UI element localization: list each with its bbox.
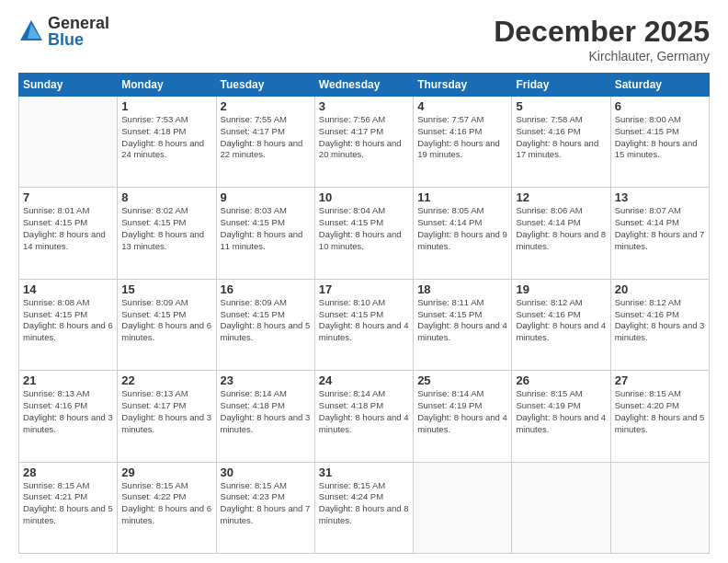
calendar-cell: [414, 462, 512, 553]
day-number: 22: [121, 373, 211, 387]
day-info: Sunrise: 8:02 AM Sunset: 4:15 PM Dayligh…: [121, 205, 211, 252]
day-number: 4: [417, 99, 507, 113]
calendar-cell: 13Sunrise: 8:07 AM Sunset: 4:14 PM Dayli…: [610, 188, 709, 279]
calendar-cell: 29Sunrise: 8:15 AM Sunset: 4:22 PM Dayli…: [118, 462, 216, 553]
day-number: 23: [221, 373, 311, 387]
calendar-cell: 8Sunrise: 8:02 AM Sunset: 4:15 PM Daylig…: [118, 188, 216, 279]
calendar-cell: 7Sunrise: 8:01 AM Sunset: 4:15 PM Daylig…: [19, 188, 118, 279]
day-number: 5: [516, 99, 606, 113]
calendar-cell: 30Sunrise: 8:15 AM Sunset: 4:23 PM Dayli…: [216, 462, 314, 553]
day-info: Sunrise: 8:14 AM Sunset: 4:18 PM Dayligh…: [221, 388, 311, 435]
calendar-cell: 2Sunrise: 7:55 AM Sunset: 4:17 PM Daylig…: [216, 97, 314, 188]
calendar-cell: 16Sunrise: 8:09 AM Sunset: 4:15 PM Dayli…: [216, 279, 314, 370]
logo-blue-text: Blue: [48, 31, 109, 48]
page: General Blue December 2025 Kirchlauter, …: [0, 0, 728, 563]
calendar-cell: 27Sunrise: 8:15 AM Sunset: 4:20 PM Dayli…: [610, 371, 709, 462]
day-number: 25: [417, 373, 507, 387]
calendar-cell: 17Sunrise: 8:10 AM Sunset: 4:15 PM Dayli…: [314, 279, 413, 370]
day-info: Sunrise: 8:15 AM Sunset: 4:19 PM Dayligh…: [516, 388, 606, 435]
day-info: Sunrise: 7:57 AM Sunset: 4:16 PM Dayligh…: [417, 114, 507, 161]
calendar-day-header: Sunday: [19, 74, 118, 97]
day-info: Sunrise: 7:53 AM Sunset: 4:18 PM Dayligh…: [121, 114, 211, 161]
day-info: Sunrise: 8:06 AM Sunset: 4:14 PM Dayligh…: [516, 205, 606, 252]
day-info: Sunrise: 8:07 AM Sunset: 4:14 PM Dayligh…: [615, 205, 705, 252]
logo: General Blue: [18, 15, 109, 48]
day-number: 17: [319, 282, 409, 296]
day-info: Sunrise: 8:15 AM Sunset: 4:21 PM Dayligh…: [23, 480, 113, 527]
day-number: 1: [121, 99, 211, 113]
calendar-cell: 10Sunrise: 8:04 AM Sunset: 4:15 PM Dayli…: [314, 188, 413, 279]
day-info: Sunrise: 7:56 AM Sunset: 4:17 PM Dayligh…: [319, 114, 409, 161]
day-info: Sunrise: 7:55 AM Sunset: 4:17 PM Dayligh…: [221, 114, 311, 161]
calendar-cell: 11Sunrise: 8:05 AM Sunset: 4:14 PM Dayli…: [414, 188, 512, 279]
calendar-cell: 14Sunrise: 8:08 AM Sunset: 4:15 PM Dayli…: [19, 279, 118, 370]
day-info: Sunrise: 8:15 AM Sunset: 4:22 PM Dayligh…: [121, 480, 211, 527]
day-info: Sunrise: 8:15 AM Sunset: 4:20 PM Dayligh…: [615, 388, 705, 435]
calendar-week-row: 14Sunrise: 8:08 AM Sunset: 4:15 PM Dayli…: [19, 279, 710, 370]
calendar-cell: [610, 462, 709, 553]
calendar-cell: 3Sunrise: 7:56 AM Sunset: 4:17 PM Daylig…: [314, 97, 413, 188]
day-number: 21: [23, 373, 113, 387]
day-info: Sunrise: 8:15 AM Sunset: 4:24 PM Dayligh…: [319, 480, 409, 527]
calendar-header-row: SundayMondayTuesdayWednesdayThursdayFrid…: [19, 74, 710, 97]
title-block: December 2025 Kirchlauter, Germany: [494, 15, 710, 63]
day-info: Sunrise: 8:00 AM Sunset: 4:15 PM Dayligh…: [615, 114, 705, 161]
day-info: Sunrise: 8:14 AM Sunset: 4:18 PM Dayligh…: [319, 388, 409, 435]
day-info: Sunrise: 8:13 AM Sunset: 4:17 PM Dayligh…: [121, 388, 211, 435]
calendar-cell: 4Sunrise: 7:57 AM Sunset: 4:16 PM Daylig…: [414, 97, 512, 188]
header: General Blue December 2025 Kirchlauter, …: [18, 15, 710, 63]
day-number: 12: [516, 190, 606, 204]
day-number: 18: [417, 282, 507, 296]
calendar-cell: 24Sunrise: 8:14 AM Sunset: 4:18 PM Dayli…: [314, 371, 413, 462]
day-info: Sunrise: 8:15 AM Sunset: 4:23 PM Dayligh…: [221, 480, 311, 527]
day-number: 15: [121, 282, 211, 296]
day-info: Sunrise: 8:09 AM Sunset: 4:15 PM Dayligh…: [121, 297, 211, 344]
day-info: Sunrise: 7:58 AM Sunset: 4:16 PM Dayligh…: [516, 114, 606, 161]
calendar-cell: 19Sunrise: 8:12 AM Sunset: 4:16 PM Dayli…: [512, 279, 610, 370]
day-info: Sunrise: 8:04 AM Sunset: 4:15 PM Dayligh…: [319, 205, 409, 252]
calendar-cell: 1Sunrise: 7:53 AM Sunset: 4:18 PM Daylig…: [118, 97, 216, 188]
calendar-cell: 21Sunrise: 8:13 AM Sunset: 4:16 PM Dayli…: [19, 371, 118, 462]
subtitle: Kirchlauter, Germany: [494, 49, 710, 63]
calendar-cell: 6Sunrise: 8:00 AM Sunset: 4:15 PM Daylig…: [610, 97, 709, 188]
day-number: 26: [516, 373, 606, 387]
calendar-day-header: Friday: [512, 74, 610, 97]
day-number: 2: [221, 99, 311, 113]
day-info: Sunrise: 8:10 AM Sunset: 4:15 PM Dayligh…: [319, 297, 409, 344]
calendar-week-row: 28Sunrise: 8:15 AM Sunset: 4:21 PM Dayli…: [19, 462, 710, 553]
day-number: 28: [23, 465, 113, 479]
day-number: 3: [319, 99, 409, 113]
day-info: Sunrise: 8:12 AM Sunset: 4:16 PM Dayligh…: [615, 297, 705, 344]
day-number: 6: [615, 99, 705, 113]
calendar-cell: 5Sunrise: 7:58 AM Sunset: 4:16 PM Daylig…: [512, 97, 610, 188]
day-number: 20: [615, 282, 705, 296]
day-info: Sunrise: 8:11 AM Sunset: 4:15 PM Dayligh…: [417, 297, 507, 344]
calendar-cell: 20Sunrise: 8:12 AM Sunset: 4:16 PM Dayli…: [610, 279, 709, 370]
day-info: Sunrise: 8:01 AM Sunset: 4:15 PM Dayligh…: [23, 205, 113, 252]
day-number: 29: [121, 465, 211, 479]
calendar-week-row: 21Sunrise: 8:13 AM Sunset: 4:16 PM Dayli…: [19, 371, 710, 462]
calendar-cell: [512, 462, 610, 553]
day-info: Sunrise: 8:13 AM Sunset: 4:16 PM Dayligh…: [23, 388, 113, 435]
logo-icon: [18, 18, 44, 44]
logo-text: General Blue: [48, 15, 109, 48]
calendar-cell: 23Sunrise: 8:14 AM Sunset: 4:18 PM Dayli…: [216, 371, 314, 462]
day-number: 13: [615, 190, 705, 204]
calendar-day-header: Monday: [118, 74, 216, 97]
day-number: 24: [319, 373, 409, 387]
day-number: 31: [319, 465, 409, 479]
calendar-cell: 18Sunrise: 8:11 AM Sunset: 4:15 PM Dayli…: [414, 279, 512, 370]
day-number: 7: [23, 190, 113, 204]
calendar-table: SundayMondayTuesdayWednesdayThursdayFrid…: [18, 73, 710, 554]
day-number: 14: [23, 282, 113, 296]
day-info: Sunrise: 8:12 AM Sunset: 4:16 PM Dayligh…: [516, 297, 606, 344]
calendar-cell: 9Sunrise: 8:03 AM Sunset: 4:15 PM Daylig…: [216, 188, 314, 279]
calendar-day-header: Wednesday: [314, 74, 413, 97]
day-number: 19: [516, 282, 606, 296]
calendar-cell: 12Sunrise: 8:06 AM Sunset: 4:14 PM Dayli…: [512, 188, 610, 279]
day-number: 9: [221, 190, 311, 204]
calendar-cell: 25Sunrise: 8:14 AM Sunset: 4:19 PM Dayli…: [414, 371, 512, 462]
day-info: Sunrise: 8:09 AM Sunset: 4:15 PM Dayligh…: [221, 297, 311, 344]
day-info: Sunrise: 8:14 AM Sunset: 4:19 PM Dayligh…: [417, 388, 507, 435]
calendar-cell: 22Sunrise: 8:13 AM Sunset: 4:17 PM Dayli…: [118, 371, 216, 462]
